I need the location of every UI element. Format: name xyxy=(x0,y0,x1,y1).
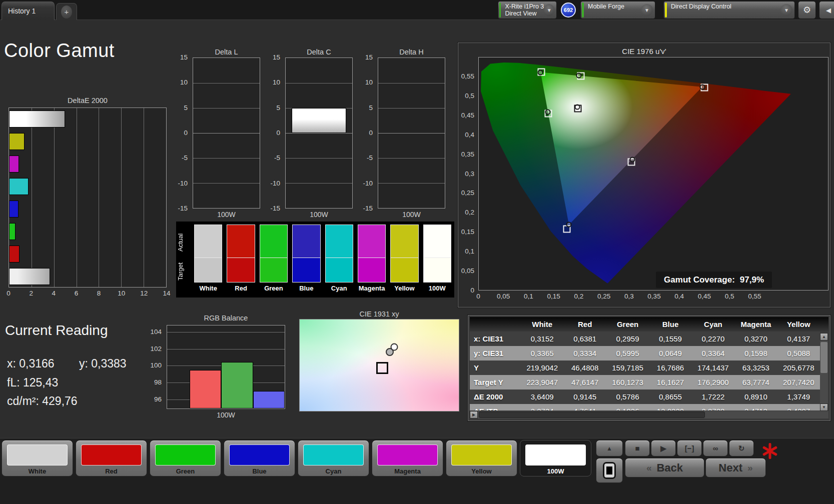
target-swatch xyxy=(194,258,222,282)
scroll-thumb[interactable] xyxy=(820,342,827,373)
table-row: x: CIE310,31520,63810,29590,15590,22700,… xyxy=(470,332,820,346)
table-header-red: Red xyxy=(563,320,606,328)
gridline xyxy=(378,108,445,108)
table-cell: 3,2734 xyxy=(521,407,563,410)
tab-history-1[interactable]: History 1 xyxy=(2,2,55,20)
deltae2000-x-axis: 02468101214 xyxy=(9,290,167,298)
y-tick-label: 100 xyxy=(150,362,162,369)
delta-bar-100w xyxy=(292,108,346,133)
table-cell: 174,1437 xyxy=(692,364,734,372)
chevron-left-icon: ◀ xyxy=(826,6,831,14)
patch-button-yellow[interactable]: Yellow xyxy=(446,440,517,476)
actual-swatch xyxy=(260,224,288,258)
tab-label: History 1 xyxy=(8,7,36,15)
loop-icon: ∞ xyxy=(713,444,718,452)
y-tick-label: 5 xyxy=(276,104,280,112)
patch-button-100w[interactable]: 100W xyxy=(520,440,591,476)
table-cell: 0,3152 xyxy=(521,334,563,343)
gridline xyxy=(286,133,352,134)
arrow-up-icon: ▲ xyxy=(606,445,612,452)
row-label: Target Y xyxy=(470,378,521,386)
x-tick-label: 0,05 xyxy=(497,292,510,300)
y-tick-label: -5 xyxy=(182,154,188,162)
x-tick-label: 6 xyxy=(75,290,79,297)
patch-button-blue[interactable]: Blue xyxy=(224,440,295,476)
vertical-scrollbar[interactable]: ▲▼ xyxy=(820,333,828,411)
delta-l-chart xyxy=(193,58,260,208)
measured-marker-red xyxy=(699,84,705,90)
target-swatch xyxy=(390,258,418,282)
scroll-up-button[interactable]: ▲ xyxy=(596,440,623,456)
y-tick-label: 104 xyxy=(150,328,162,336)
patch-label: 100W xyxy=(520,468,591,475)
meter-dropdown[interactable]: X-Rite i1Pro 3 Direct View ▼ xyxy=(498,1,557,19)
scroll-up-arrow[interactable]: ▲ xyxy=(820,333,828,340)
color-patch xyxy=(525,444,586,466)
y-tick-label: 0,5 xyxy=(465,92,474,100)
scroll-right-arrow[interactable]: ▶ xyxy=(470,411,478,418)
step-button[interactable]: [−] xyxy=(677,440,702,456)
y-tick-label: 0,4 xyxy=(465,131,474,138)
scroll-thumb[interactable] xyxy=(479,412,705,418)
x-tick-label: 0,25 xyxy=(597,292,610,300)
display-control-dropdown[interactable]: Direct Display Control ▼ xyxy=(663,1,795,19)
color-patch xyxy=(155,444,216,466)
deltae-bar-white xyxy=(9,268,50,285)
table-cell: 0,1559 xyxy=(649,334,691,343)
y-tick-label: 15 xyxy=(180,54,188,61)
x-tick-label: 0,15 xyxy=(547,292,560,300)
rgb-balance-title: RGB Balance xyxy=(167,314,285,322)
target-marker xyxy=(376,362,388,374)
add-tab-button[interactable]: + xyxy=(56,3,77,20)
gridline xyxy=(77,108,77,287)
table-cell: 16,1627 xyxy=(649,378,691,386)
swatch-column-100w: 100W xyxy=(423,224,451,296)
x-tick-label: 8 xyxy=(97,290,101,297)
page-title: Color Gamut xyxy=(4,40,115,62)
stop-button[interactable]: ■ xyxy=(625,440,650,456)
target-row-label: Target xyxy=(177,260,185,284)
chromaticity-diagram xyxy=(479,58,828,290)
scroll-down-arrow[interactable]: ▼ xyxy=(820,404,828,411)
swatch-label: Magenta xyxy=(358,284,386,292)
patch-button-red[interactable]: Red xyxy=(76,440,147,476)
patch-label: Blue xyxy=(224,468,295,475)
table-cell: 1,3749 xyxy=(777,392,820,401)
back-button[interactable]: « Back xyxy=(625,458,704,478)
gamut-coverage-value: 97,9% xyxy=(740,275,764,285)
step-icon: [−] xyxy=(685,444,694,452)
y-tick-label: -5 xyxy=(367,154,373,162)
recording-asterisk-icon[interactable] xyxy=(760,442,779,460)
swatch-label: White xyxy=(194,284,222,292)
cie1976-chart: Gamut Coverage: 97,9% xyxy=(478,57,828,290)
x-tick-label: 0,3 xyxy=(624,292,634,300)
settings-button[interactable]: ⚙ xyxy=(798,1,816,19)
y-tick-label: 10 xyxy=(365,78,373,86)
x-tick-label: 0,1 xyxy=(524,292,533,300)
y-tick-label: 0,55 xyxy=(461,72,474,80)
cie1976-title: CIE 1976 u'v' xyxy=(458,47,830,56)
loop-button[interactable]: ∞ xyxy=(703,440,728,456)
patch-button-cyan[interactable]: Cyan xyxy=(298,440,369,476)
y-tick-label: 0 xyxy=(470,286,474,294)
patch-label: Yellow xyxy=(446,468,517,475)
window-pattern-button[interactable] xyxy=(596,458,623,483)
horizontal-scrollbar[interactable]: ◀▶ xyxy=(470,411,828,418)
source-dropdown[interactable]: Mobile Forge ▼ xyxy=(580,1,655,19)
gridline xyxy=(121,108,122,287)
x-tick-label: 0,45 xyxy=(698,292,711,300)
table-cell: 0,3270 xyxy=(734,334,777,343)
measured-marker-magenta xyxy=(630,156,635,162)
collapse-panel-button[interactable]: ◀ xyxy=(819,1,834,19)
patch-button-white[interactable]: White xyxy=(2,440,73,476)
patch-button-green[interactable]: Green xyxy=(150,440,221,476)
x-tick-label: 0,55 xyxy=(748,292,761,300)
patch-button-magenta[interactable]: Magenta xyxy=(372,440,443,476)
table-row: Target Y223,904747,6147160,127316,162717… xyxy=(470,375,820,390)
refresh-button[interactable]: ↻ xyxy=(729,440,754,456)
rgb-balance-chart xyxy=(167,325,285,409)
play-button[interactable]: ▶ xyxy=(651,440,676,456)
next-button[interactable]: Next » xyxy=(705,458,766,478)
deltae-bar-magenta xyxy=(9,156,19,172)
swatch-column-blue: Blue xyxy=(292,224,320,296)
